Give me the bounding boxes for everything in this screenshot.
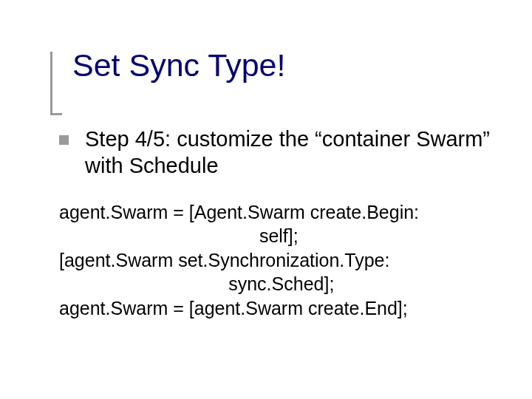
- bullet-item: Step 4/5: customize the “container Swarm…: [59, 126, 502, 180]
- square-bullet-icon: [59, 135, 69, 145]
- slide-title: Set Sync Type!: [50, 49, 494, 82]
- slide: Set Sync Type! Step 4/5: customize the “…: [0, 0, 532, 399]
- code-line-5: agent.Swarm = [agent.Swarm create.End];: [59, 298, 408, 318]
- step-text: Step 4/5: customize the “container Swarm…: [85, 126, 502, 180]
- code-line-3: [agent.Swarm set.Synchronization.Type:: [59, 250, 389, 270]
- code-line-4: sync.Sched];: [59, 273, 334, 294]
- code-line-1: agent.Swarm = [Agent.Swarm create.Begin:: [59, 202, 419, 222]
- body-area: Step 4/5: customize the “container Swarm…: [59, 126, 502, 320]
- title-area: Set Sync Type!: [50, 49, 494, 82]
- code-line-2: self];: [59, 225, 299, 246]
- code-block: agent.Swarm = [Agent.Swarm create.Begin:…: [59, 200, 502, 321]
